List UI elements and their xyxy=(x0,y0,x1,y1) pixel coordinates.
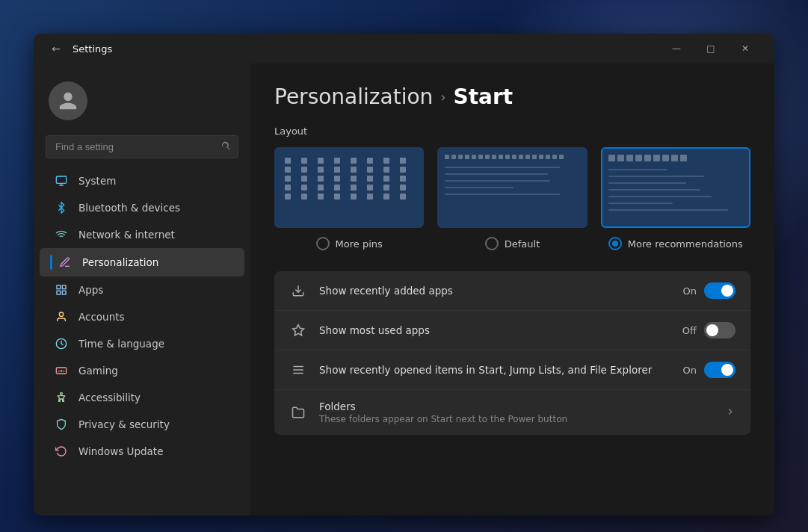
svg-rect-6 xyxy=(57,291,61,294)
recently-opened-toggle-label: On xyxy=(683,365,697,376)
folders-text: FoldersThese folders appear on Start nex… xyxy=(319,400,713,424)
sidebar-item-label-bluetooth: Bluetooth & devices xyxy=(78,202,180,214)
layout-card-more-pins[interactable]: More pins xyxy=(274,147,424,250)
recently-added-apps-icon xyxy=(289,282,307,300)
setting-row-recently-opened[interactable]: Show recently opened items in Start, Jum… xyxy=(274,350,750,390)
radio-label-more-recommendations: More recommendations xyxy=(628,238,743,250)
folders-label: Folders xyxy=(319,400,713,412)
most-used-apps-toggle-label: Off xyxy=(682,325,697,336)
search-icon xyxy=(220,140,231,153)
sidebar-item-apps[interactable]: Apps xyxy=(40,276,244,303)
layout-preview-more-recommendations xyxy=(601,147,750,228)
layout-preview-default xyxy=(437,147,587,228)
search-box xyxy=(46,135,238,158)
radio-label-default: Default xyxy=(505,238,540,250)
layout-cards: More pinsDefaultMore recommendations xyxy=(274,147,750,250)
recently-opened-text: Show recently opened items in Start, Jum… xyxy=(319,364,671,376)
user-avatar-section xyxy=(34,69,250,135)
sidebar-item-label-personalization: Personalization xyxy=(82,256,158,268)
most-used-apps-label: Show most used apps xyxy=(319,324,670,336)
breadcrumb-parent[interactable]: Personalization xyxy=(274,84,433,109)
svg-rect-5 xyxy=(62,291,66,294)
sidebar: SystemBluetooth & devicesNetwork & inter… xyxy=(34,64,250,516)
maximize-button[interactable]: □ xyxy=(694,37,728,61)
sidebar-item-accounts[interactable]: Accounts xyxy=(40,303,244,330)
layout-card-more-recommendations[interactable]: More recommendations xyxy=(601,147,750,250)
sidebar-item-gaming[interactable]: Gaming xyxy=(40,357,244,384)
recently-opened-toggle-thumb xyxy=(721,364,733,376)
radio-row-default[interactable]: Default xyxy=(485,237,540,250)
most-used-apps-controls: Off xyxy=(682,322,735,338)
layout-section-title: Layout xyxy=(274,126,750,137)
sidebar-item-label-network: Network & internet xyxy=(78,229,175,241)
sidebar-item-label-accessibility: Accessibility xyxy=(78,392,141,403)
svg-point-7 xyxy=(59,312,63,316)
setting-row-recently-added-apps[interactable]: Show recently added appsOn xyxy=(274,271,750,311)
most-used-apps-toggle-thumb xyxy=(706,324,718,336)
recently-opened-controls: On xyxy=(683,362,735,378)
folders-sub: These folders appear on Start next to th… xyxy=(319,414,713,424)
svg-rect-4 xyxy=(62,285,66,289)
sidebar-item-label-gaming: Gaming xyxy=(78,365,118,377)
sidebar-item-personalization[interactable]: Personalization xyxy=(40,248,244,276)
radio-label-more-pins: More pins xyxy=(336,238,383,250)
svg-point-11 xyxy=(64,371,64,371)
layout-card-default[interactable]: Default xyxy=(437,147,587,250)
sidebar-item-system[interactable]: System xyxy=(40,167,244,194)
avatar[interactable] xyxy=(49,81,87,120)
sidebar-item-label-windows: Windows Update xyxy=(78,445,163,457)
accounts-icon xyxy=(55,310,68,324)
search-input[interactable] xyxy=(46,135,238,158)
minimize-button[interactable]: — xyxy=(659,37,694,61)
system-icon xyxy=(55,174,68,188)
radio-row-more-recommendations[interactable]: More recommendations xyxy=(608,237,743,250)
windows-icon xyxy=(55,445,68,458)
radio-circle-more-pins xyxy=(316,237,330,250)
folders-icon xyxy=(289,403,307,421)
recently-added-apps-controls: On xyxy=(683,282,735,299)
window-controls: — □ ✕ xyxy=(659,37,762,61)
network-icon xyxy=(55,228,68,241)
sidebar-item-windows[interactable]: Windows Update xyxy=(40,438,244,465)
recently-added-apps-label: Show recently added apps xyxy=(319,285,671,297)
close-button[interactable]: ✕ xyxy=(728,37,762,61)
svg-point-12 xyxy=(61,392,63,395)
active-indicator xyxy=(50,255,52,270)
setting-row-most-used-apps[interactable]: Show most used appsOff xyxy=(274,311,750,350)
most-used-apps-text: Show most used apps xyxy=(319,324,670,336)
recently-added-apps-toggle[interactable] xyxy=(704,282,735,299)
main-content: SystemBluetooth & devicesNetwork & inter… xyxy=(34,64,774,516)
sidebar-item-label-accounts: Accounts xyxy=(78,311,125,323)
gaming-icon xyxy=(55,364,68,377)
most-used-apps-icon xyxy=(289,321,307,339)
recently-opened-toggle[interactable] xyxy=(704,362,735,378)
accessibility-icon xyxy=(55,391,68,404)
sidebar-item-time[interactable]: Time & language xyxy=(40,330,244,357)
window-title: Settings xyxy=(73,43,112,55)
sidebar-item-network[interactable]: Network & internet xyxy=(40,221,244,248)
recently-added-apps-toggle-label: On xyxy=(683,285,697,297)
sidebar-item-label-system: System xyxy=(78,175,116,187)
settings-card: Show recently added appsOnShow most used… xyxy=(274,271,750,435)
sidebar-item-accessibility[interactable]: Accessibility xyxy=(40,384,244,411)
svg-marker-14 xyxy=(293,325,304,335)
sidebar-item-label-apps: Apps xyxy=(78,284,103,296)
setting-row-folders[interactable]: FoldersThese folders appear on Start nex… xyxy=(274,390,750,435)
recently-opened-icon xyxy=(289,361,307,379)
content-area: Personalization › Start Layout More pins… xyxy=(250,64,774,516)
back-button[interactable]: ← xyxy=(46,38,67,59)
sidebar-item-label-time: Time & language xyxy=(78,338,164,350)
svg-point-10 xyxy=(58,371,59,371)
time-icon xyxy=(55,337,68,350)
radio-circle-default xyxy=(485,237,499,250)
personalization-icon xyxy=(58,256,72,269)
breadcrumb: Personalization › Start xyxy=(274,84,750,109)
titlebar: ← Settings — □ ✕ xyxy=(34,34,774,64)
sidebar-item-bluetooth[interactable]: Bluetooth & devices xyxy=(40,194,244,221)
radio-row-more-pins[interactable]: More pins xyxy=(316,237,383,250)
apps-icon xyxy=(55,283,68,297)
most-used-apps-toggle[interactable] xyxy=(704,322,735,338)
layout-preview-more-pins xyxy=(274,147,424,228)
sidebar-item-privacy[interactable]: Privacy & security xyxy=(40,411,244,438)
recently-added-apps-toggle-thumb xyxy=(721,285,733,297)
